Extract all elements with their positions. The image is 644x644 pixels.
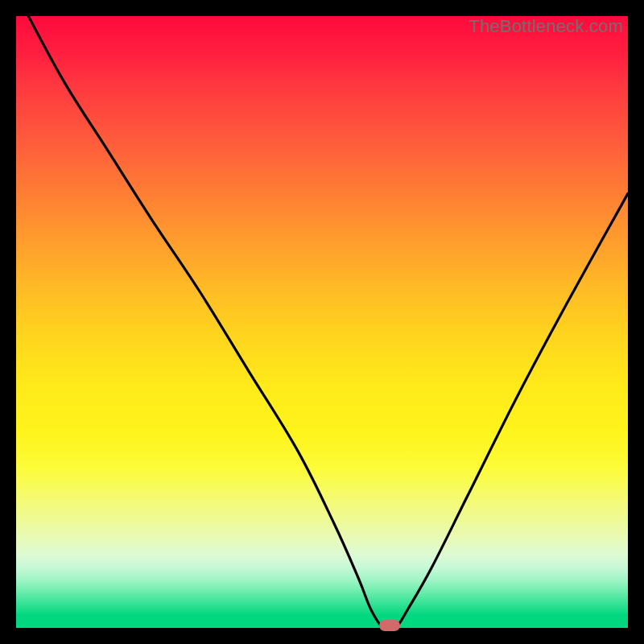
chart-frame: TheBottleneck.com — [0, 0, 644, 644]
optimum-marker — [379, 620, 400, 631]
plot-area: TheBottleneck.com — [16, 16, 628, 628]
bottleneck-curve — [16, 16, 628, 628]
